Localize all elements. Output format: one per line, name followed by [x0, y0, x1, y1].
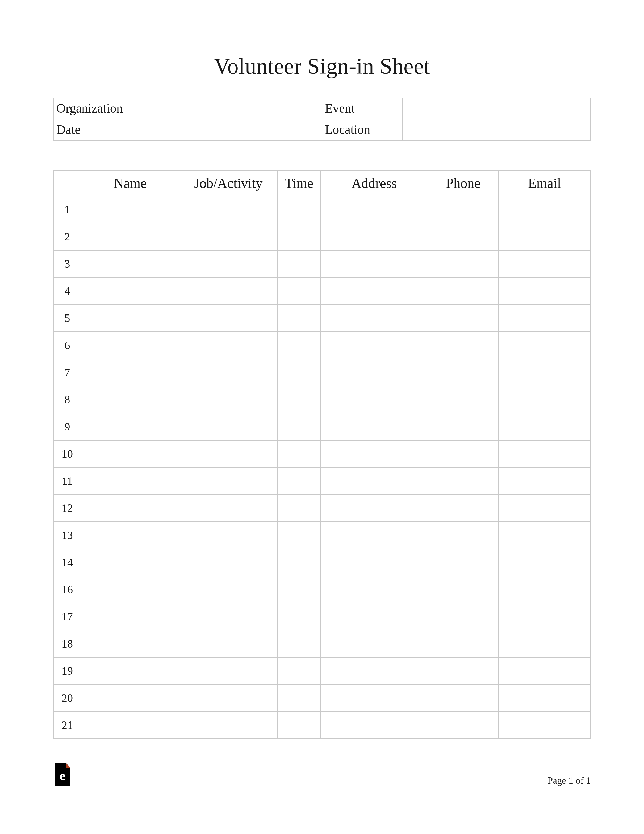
- cell-email[interactable]: [499, 657, 591, 684]
- cell-job[interactable]: [179, 359, 277, 386]
- cell-name[interactable]: [81, 657, 179, 684]
- cell-time[interactable]: [278, 467, 321, 495]
- cell-name[interactable]: [81, 332, 179, 359]
- cell-address[interactable]: [320, 278, 428, 305]
- cell-time[interactable]: [278, 549, 321, 576]
- cell-address[interactable]: [320, 196, 428, 223]
- cell-time[interactable]: [278, 332, 321, 359]
- cell-address[interactable]: [320, 549, 428, 576]
- cell-email[interactable]: [499, 712, 591, 739]
- cell-phone[interactable]: [428, 630, 498, 657]
- cell-job[interactable]: [179, 467, 277, 495]
- cell-time[interactable]: [278, 603, 321, 630]
- cell-time[interactable]: [278, 278, 321, 305]
- cell-name[interactable]: [81, 684, 179, 712]
- cell-address[interactable]: [320, 413, 428, 440]
- location-value[interactable]: [403, 119, 591, 141]
- organization-value[interactable]: [134, 98, 322, 119]
- cell-phone[interactable]: [428, 196, 498, 223]
- cell-address[interactable]: [320, 712, 428, 739]
- cell-email[interactable]: [499, 630, 591, 657]
- cell-time[interactable]: [278, 359, 321, 386]
- cell-time[interactable]: [278, 251, 321, 278]
- cell-job[interactable]: [179, 413, 277, 440]
- cell-name[interactable]: [81, 359, 179, 386]
- cell-email[interactable]: [499, 251, 591, 278]
- cell-phone[interactable]: [428, 332, 498, 359]
- cell-name[interactable]: [81, 305, 179, 332]
- cell-email[interactable]: [499, 223, 591, 251]
- cell-address[interactable]: [320, 576, 428, 603]
- cell-address[interactable]: [320, 223, 428, 251]
- cell-email[interactable]: [499, 413, 591, 440]
- cell-job[interactable]: [179, 305, 277, 332]
- cell-phone[interactable]: [428, 359, 498, 386]
- cell-time[interactable]: [278, 223, 321, 251]
- cell-phone[interactable]: [428, 495, 498, 522]
- cell-email[interactable]: [499, 359, 591, 386]
- cell-address[interactable]: [320, 684, 428, 712]
- cell-time[interactable]: [278, 657, 321, 684]
- cell-time[interactable]: [278, 413, 321, 440]
- cell-job[interactable]: [179, 603, 277, 630]
- cell-name[interactable]: [81, 495, 179, 522]
- cell-address[interactable]: [320, 630, 428, 657]
- cell-time[interactable]: [278, 712, 321, 739]
- cell-email[interactable]: [499, 278, 591, 305]
- cell-email[interactable]: [499, 386, 591, 413]
- cell-time[interactable]: [278, 386, 321, 413]
- cell-time[interactable]: [278, 305, 321, 332]
- cell-phone[interactable]: [428, 712, 498, 739]
- cell-address[interactable]: [320, 386, 428, 413]
- cell-name[interactable]: [81, 576, 179, 603]
- cell-phone[interactable]: [428, 603, 498, 630]
- cell-time[interactable]: [278, 440, 321, 467]
- cell-job[interactable]: [179, 576, 277, 603]
- cell-phone[interactable]: [428, 386, 498, 413]
- cell-email[interactable]: [499, 684, 591, 712]
- cell-name[interactable]: [81, 223, 179, 251]
- cell-job[interactable]: [179, 223, 277, 251]
- cell-address[interactable]: [320, 440, 428, 467]
- cell-name[interactable]: [81, 278, 179, 305]
- date-value[interactable]: [134, 119, 322, 141]
- cell-email[interactable]: [499, 603, 591, 630]
- cell-name[interactable]: [81, 549, 179, 576]
- cell-name[interactable]: [81, 440, 179, 467]
- cell-job[interactable]: [179, 684, 277, 712]
- cell-job[interactable]: [179, 522, 277, 549]
- cell-phone[interactable]: [428, 413, 498, 440]
- cell-time[interactable]: [278, 630, 321, 657]
- cell-job[interactable]: [179, 251, 277, 278]
- cell-address[interactable]: [320, 332, 428, 359]
- cell-phone[interactable]: [428, 467, 498, 495]
- cell-phone[interactable]: [428, 657, 498, 684]
- cell-job[interactable]: [179, 440, 277, 467]
- cell-phone[interactable]: [428, 440, 498, 467]
- cell-email[interactable]: [499, 549, 591, 576]
- cell-job[interactable]: [179, 495, 277, 522]
- cell-job[interactable]: [179, 332, 277, 359]
- cell-name[interactable]: [81, 386, 179, 413]
- cell-job[interactable]: [179, 386, 277, 413]
- cell-email[interactable]: [499, 522, 591, 549]
- cell-email[interactable]: [499, 305, 591, 332]
- cell-email[interactable]: [499, 440, 591, 467]
- cell-email[interactable]: [499, 196, 591, 223]
- cell-name[interactable]: [81, 196, 179, 223]
- cell-email[interactable]: [499, 576, 591, 603]
- cell-address[interactable]: [320, 495, 428, 522]
- cell-job[interactable]: [179, 630, 277, 657]
- cell-job[interactable]: [179, 196, 277, 223]
- cell-job[interactable]: [179, 549, 277, 576]
- cell-job[interactable]: [179, 278, 277, 305]
- cell-phone[interactable]: [428, 251, 498, 278]
- cell-address[interactable]: [320, 467, 428, 495]
- cell-address[interactable]: [320, 305, 428, 332]
- event-value[interactable]: [403, 98, 591, 119]
- cell-time[interactable]: [278, 196, 321, 223]
- cell-job[interactable]: [179, 712, 277, 739]
- cell-address[interactable]: [320, 657, 428, 684]
- cell-time[interactable]: [278, 684, 321, 712]
- cell-name[interactable]: [81, 630, 179, 657]
